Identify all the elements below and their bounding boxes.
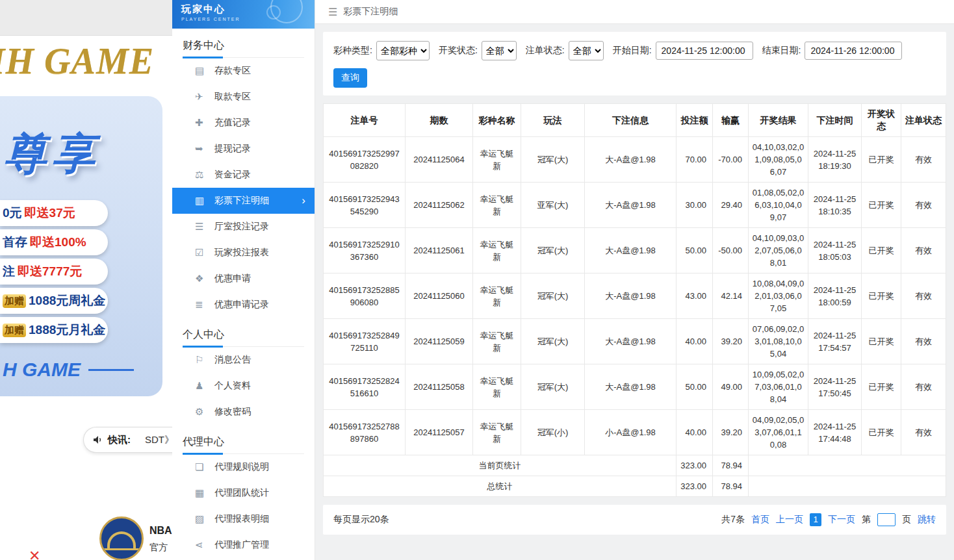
promo-badge: 注 即送7777元	[0, 259, 108, 285]
gift-icon: ❖	[195, 273, 214, 285]
cell-lottery-name: 幸运飞艇新	[473, 228, 521, 274]
sidebar-item-label: 优惠申请记录	[214, 299, 269, 311]
cell-bet-info: 大-A盘@1.98	[585, 364, 677, 410]
prev-page-link[interactable]: 上一页	[776, 514, 803, 526]
sidebar-item-change-password[interactable]: ⚙ 修改密码	[172, 399, 315, 425]
table-row[interactable]: 401569173252788897860 20241125057 幸运飞艇新 …	[324, 410, 946, 455]
grid-icon: ▦	[195, 487, 214, 499]
start-date-label: 开始日期:	[613, 45, 652, 57]
cell-play: 冠军(大)	[521, 137, 585, 183]
cell-bet-time: 2024-11-25 17:54:57	[808, 319, 862, 364]
marquee-label: 快讯:	[108, 434, 131, 446]
fund-record-icon: ⚖	[195, 169, 214, 181]
sidebar-item-hall-bet-records[interactable]: ☰ 厅室投注记录	[172, 214, 315, 240]
sidebar-item-profile[interactable]: ♟ 个人资料	[172, 373, 315, 399]
section-title-personal: 个人中心	[183, 328, 304, 347]
table-row[interactable]: 401569173252943545290 20241125062 幸运飞艇新 …	[324, 183, 946, 228]
cell-bet-time: 2024-11-25 18:05:03	[808, 228, 862, 274]
sidebar-item-label: 代理推广管理	[214, 539, 269, 551]
cell-order-status: 有效	[901, 183, 946, 228]
cell-order-no: 401569173252943545290	[324, 183, 406, 228]
page-total-label: 当前页统计	[324, 455, 677, 476]
table-row[interactable]: 401569173252885906080 20241125060 幸运飞艇新 …	[324, 274, 946, 319]
page-jump-input[interactable]	[877, 513, 896, 526]
menu-toggle-icon[interactable]: ☰	[328, 6, 337, 18]
cell-draw-status: 已开奖	[862, 319, 901, 364]
cell-order-status: 有效	[901, 410, 946, 455]
cell-bet-info: 大-A盘@1.98	[585, 319, 677, 364]
sidebar-item-withdraw-zone[interactable]: ✈ 取款专区	[172, 84, 315, 110]
lottery-type-select[interactable]: 全部彩种	[376, 41, 430, 60]
cell-lottery-name: 幸运飞艇新	[473, 183, 521, 228]
cell-period: 20241125064	[406, 137, 473, 183]
next-page-link[interactable]: 下一页	[828, 514, 855, 526]
cell-draw-status: 已开奖	[862, 364, 901, 410]
sidebar-item-player-bet-report[interactable]: ☑ 玩家投注报表	[172, 240, 315, 266]
cell-play: 亚军(大)	[521, 183, 585, 228]
cell-draw-result: 01,08,05,02,06,03,10,04,09,07	[749, 183, 808, 228]
order-status-select[interactable]: 全部	[569, 41, 604, 60]
cell-draw-status: 已开奖	[862, 274, 901, 319]
cell-draw-status: 已开奖	[862, 137, 901, 183]
withdrawal-record-icon: ➥	[195, 143, 214, 155]
promo-banner-title: 尊享	[4, 125, 162, 183]
sidebar-item-promo-apply[interactable]: ❖ 优惠申请	[172, 266, 315, 292]
sidebar-item-agent-team-stats[interactable]: ▦ 代理团队统计	[172, 480, 315, 506]
jump-button[interactable]: 跳转	[918, 514, 936, 526]
player-center-sidebar: 玩家中心 PLAYERS CENTER 财务中心 ▤ 存款专区 ✈ 取款专区 ✚…	[172, 0, 315, 560]
sidebar-item-promo-apply-records[interactable]: ≣ 优惠申请记录	[172, 292, 315, 318]
sidebar-item-withdrawal-records[interactable]: ➥ 提现记录	[172, 136, 315, 162]
sidebar-item-announcements[interactable]: ⚐ 消息公告	[172, 347, 315, 373]
cell-period: 20241125058	[406, 364, 473, 410]
speaker-icon	[93, 435, 103, 444]
section-title-agent: 代理中心	[183, 435, 304, 454]
table-row[interactable]: 401569173252824516610 20241125058 幸运飞艇新 …	[324, 364, 946, 410]
app-window: HH GAME 尊享 0元 即送37元 首存 即送100% 注 即送7777元 …	[0, 0, 954, 560]
nba-caption-line1: NBA	[149, 525, 172, 537]
cell-play: 冠军(小)	[521, 410, 585, 455]
table-row[interactable]: 401569173252849725110 20241125059 幸运飞艇新 …	[324, 319, 946, 364]
filter-row: 彩种类型: 全部彩种 开奖状态: 全部 注单状态:	[333, 41, 936, 60]
cell-play: 冠军(大)	[521, 228, 585, 274]
current-page-badge[interactable]: 1	[810, 513, 821, 526]
cell-order-no: 401569173252885906080	[324, 274, 406, 319]
table-row[interactable]: 401569173252997082820 20241125064 幸运飞艇新 …	[324, 137, 946, 183]
sidebar-item-label: 代理规则说明	[214, 461, 269, 473]
draw-status-select[interactable]: 全部	[482, 41, 517, 60]
query-button[interactable]: 查询	[333, 68, 367, 88]
sidebar-item-label: 代理报表明细	[214, 513, 269, 525]
cell-period: 20241125057	[406, 410, 473, 455]
grand-total-empty	[749, 476, 946, 497]
document-icon: ❏	[195, 461, 214, 473]
promo-badges: 0元 即送37元 首存 即送100% 注 即送7777元 加赠 1088元周礼金…	[0, 200, 162, 343]
sidebar-subtitle: PLAYERS CENTER	[181, 17, 315, 21]
page-total-amount: 323.00	[677, 455, 713, 476]
cell-draw-result: 07,06,09,02,03,01,08,10,05,04	[749, 319, 808, 364]
cell-lottery-name: 幸运飞艇新	[473, 137, 521, 183]
grand-total-row: 总统计 323.00 78.94	[324, 476, 946, 497]
bridge-icon	[107, 531, 136, 548]
sidebar-item-agent-promotion[interactable]: ⋖ 代理推广管理	[172, 532, 315, 558]
table-row[interactable]: 401569173252910367360 20241125061 幸运飞艇新 …	[324, 228, 946, 274]
cell-order-no: 401569173252997082820	[324, 137, 406, 183]
sidebar-item-deposit-zone[interactable]: ▤ 存款专区	[172, 58, 315, 84]
sidebar-item-recharge-records[interactable]: ✚ 充值记录	[172, 110, 315, 136]
sidebar-item-agent-report-details[interactable]: ▨ 代理报表明细	[172, 506, 315, 532]
end-date-input[interactable]	[805, 42, 902, 60]
cell-bet-time: 2024-11-25 18:00:59	[808, 274, 862, 319]
badge-text: 即送37元	[25, 205, 75, 222]
filter-panel: 彩种类型: 全部彩种 开奖状态: 全部 注单状态:	[323, 32, 946, 95]
table-column-header: 下注时间	[808, 104, 862, 137]
promo-banner: 尊享 0元 即送37元 首存 即送100% 注 即送7777元 加赠 1088元…	[0, 96, 162, 396]
lottery-bet-icon: ▥	[195, 195, 214, 207]
first-page-link[interactable]: 首页	[751, 514, 769, 526]
start-date-input[interactable]	[656, 42, 753, 60]
user-icon: ♟	[195, 380, 214, 392]
sidebar-item-lottery-bet-details[interactable]: ▥ 彩票下注明细 ›	[172, 188, 315, 214]
badge-text: 1088元周礼金	[29, 292, 105, 309]
badge-text: 即送7777元	[18, 263, 82, 280]
sidebar-item-fund-records[interactable]: ⚖ 资金记录	[172, 162, 315, 188]
sidebar-item-label: 代理团队统计	[214, 487, 269, 499]
close-icon[interactable]: ✕	[29, 548, 40, 560]
sidebar-item-agent-rules[interactable]: ❏ 代理规则说明	[172, 454, 315, 480]
